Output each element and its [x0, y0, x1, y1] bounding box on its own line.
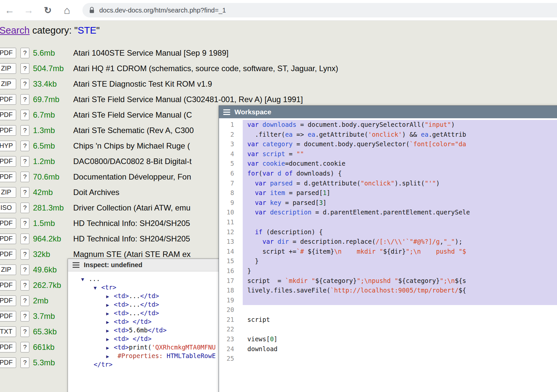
inspect-title: Inspect: undefined	[84, 261, 142, 269]
code-token	[259, 160, 262, 167]
help-button[interactable]: ?	[20, 48, 29, 58]
help-button[interactable]: ?	[20, 79, 29, 89]
reload-button[interactable]: ↻	[38, 5, 57, 16]
code-token: ${category}	[398, 277, 440, 284]
back-button[interactable]: ←	[0, 5, 19, 16]
code-line: 8 var item = parsed[1]	[219, 188, 557, 198]
help-button[interactable]: ?	[20, 110, 29, 120]
help-button[interactable]: ?	[20, 357, 29, 368]
file-type-button[interactable]: PDF	[0, 280, 16, 291]
line-number: 10	[219, 208, 243, 217]
code-text: var downloads = document.body.querySelec…	[243, 120, 557, 130]
help-button[interactable]: ?	[20, 156, 29, 167]
file-type-button[interactable]: PDF	[0, 110, 16, 120]
line-number: 20	[219, 305, 243, 315]
file-type-button[interactable]: PDF	[0, 125, 16, 136]
code-token: downloads	[263, 121, 296, 128]
help-button[interactable]: ?	[20, 218, 29, 229]
forward-button[interactable]: →	[19, 5, 38, 16]
help-button[interactable]: ?	[20, 172, 29, 182]
line-number: 4	[219, 149, 243, 159]
tree-node-text: <td>	[114, 344, 129, 351]
file-type-button[interactable]: ISO	[0, 203, 16, 213]
line-number: 23	[219, 334, 243, 344]
file-type-button[interactable]: PDF	[0, 156, 16, 167]
code-line: 22	[219, 324, 557, 334]
file-title: HD Technical Info: SH204/SH205	[73, 219, 190, 228]
expand-toggle-icon[interactable]: ▶	[106, 326, 114, 335]
file-type-button[interactable]: ZIP	[0, 63, 16, 74]
expand-toggle-icon[interactable]: ▶	[106, 335, 114, 344]
expand-toggle-icon[interactable]: ▶	[106, 301, 114, 309]
code-token: .filter(	[247, 131, 285, 138]
code-token: =document.cookie	[285, 160, 345, 167]
code-line: 19	[219, 295, 557, 305]
code-token: ) &&	[402, 131, 421, 138]
help-button[interactable]: ?	[20, 295, 29, 306]
expand-toggle-icon[interactable]: ▶	[106, 344, 114, 352]
file-type-button[interactable]: ZIP	[0, 187, 16, 198]
help-button[interactable]: ?	[20, 280, 29, 291]
code-line: 7 var parsed = d.getAttribute("onclick")…	[219, 179, 557, 188]
search-link[interactable]: Search	[0, 25, 30, 36]
expand-toggle-icon[interactable]: ▶	[106, 318, 114, 326]
help-button[interactable]: ?	[20, 265, 29, 275]
file-type-button[interactable]: PDF	[0, 249, 16, 260]
help-button[interactable]: ?	[20, 141, 29, 151]
code-token: dir	[278, 238, 289, 245]
tree-node-text: </td>	[140, 292, 159, 299]
open-quote: "	[74, 25, 77, 36]
help-button[interactable]: ?	[20, 234, 29, 244]
home-button[interactable]: ⌂	[57, 4, 77, 16]
file-type-button[interactable]: PDF	[0, 94, 16, 105]
code-text: .filter(ea => ea.getAttribute('onclick')…	[243, 130, 557, 140]
code-editor[interactable]: 1var downloads = document.body.querySele…	[219, 118, 557, 392]
help-button[interactable]: ?	[20, 187, 29, 198]
code-text	[243, 305, 557, 315]
file-type-button[interactable]: TXT	[0, 326, 16, 337]
file-type-button[interactable]: PDF	[0, 234, 16, 244]
expand-toggle-icon[interactable]: ▶	[106, 292, 114, 301]
code-token: ]	[274, 335, 277, 343]
help-button[interactable]: ?	[20, 342, 29, 352]
help-button[interactable]: ?	[20, 203, 29, 213]
help-button[interactable]: ?	[20, 326, 29, 337]
code-token: ]	[326, 189, 330, 196]
workspace-titlebar[interactable]: Workspace	[219, 106, 557, 118]
tree-node-text: </td>	[133, 318, 151, 325]
code-token: = d.parentElement.parentElement.querySel…	[312, 209, 470, 216]
file-type-button[interactable]: PDF	[0, 295, 16, 306]
menu-icon[interactable]	[73, 262, 79, 268]
file-type-button[interactable]: HYP	[0, 141, 16, 151]
code-token: }	[247, 267, 251, 274]
code-token: var	[255, 199, 266, 206]
collapse-toggle-icon[interactable]: ▼	[81, 275, 89, 284]
code-token: ${dir}	[383, 248, 406, 255]
file-type-button[interactable]: PDF	[0, 311, 16, 322]
expand-toggle-icon[interactable]: ▶	[106, 352, 114, 361]
help-button[interactable]: ?	[20, 311, 29, 322]
file-type-button[interactable]: PDF	[0, 48, 16, 58]
file-type-button[interactable]: ZIP	[0, 265, 16, 275]
code-text	[243, 324, 557, 334]
code-text: var cookie=document.cookie	[243, 159, 557, 169]
help-button[interactable]: ?	[20, 94, 29, 105]
code-token: script	[247, 316, 270, 323]
help-button[interactable]: ?	[20, 249, 29, 260]
file-type-button[interactable]: PDF	[0, 342, 16, 352]
expand-toggle-icon[interactable]: ▶	[106, 309, 114, 318]
file-type-button[interactable]: PDF	[0, 218, 16, 229]
file-type-button[interactable]: PDF	[0, 357, 16, 368]
collapse-toggle-icon[interactable]: ▼	[94, 284, 101, 292]
code-text: if (description) {	[243, 227, 557, 237]
code-token: =>	[293, 131, 308, 138]
file-type-button[interactable]: ZIP	[0, 79, 16, 89]
code-token: =	[285, 150, 296, 157]
line-number: 9	[219, 198, 243, 208]
code-text: views[0]	[243, 334, 557, 344]
help-button[interactable]: ?	[20, 63, 29, 74]
menu-icon[interactable]	[223, 109, 230, 115]
file-type-button[interactable]: PDF	[0, 172, 16, 182]
help-button[interactable]: ?	[20, 125, 29, 136]
address-bar[interactable]: docs.dev-docs.org/htm/search.php?find=_1	[82, 3, 557, 17]
